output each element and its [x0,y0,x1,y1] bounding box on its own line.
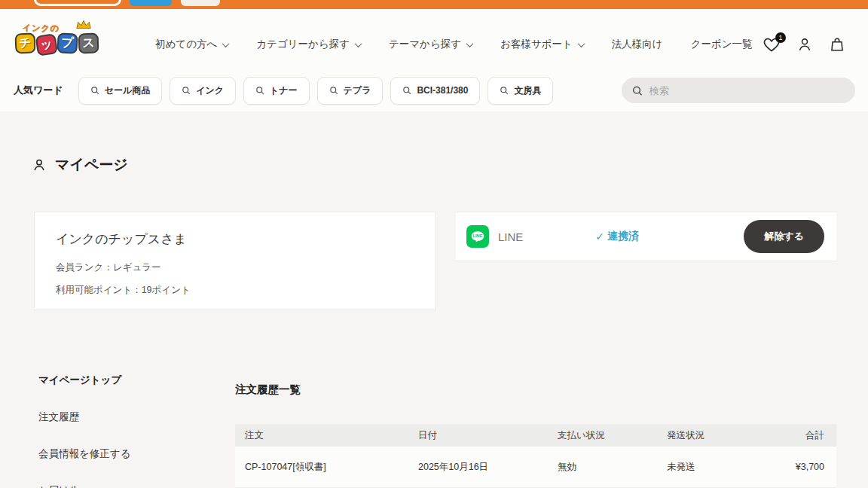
sidebar-item-order-history[interactable]: 注文履歴 [34,398,215,435]
logo-block: ス [78,33,99,54]
line-link-row: LINE LINE ✓ 連携済 解除する [456,212,836,261]
keyword-bar-label: 人気ワード [14,84,63,97]
keyword-chip-sale[interactable]: セール商品 [78,77,163,105]
chip-label: インク [196,84,224,97]
sidebar-item-shipping-address[interactable]: お届け先 [34,472,215,488]
search-input[interactable] [649,85,845,96]
table-header-row: 注文 日付 支払い状況 発送状況 合計 [235,424,836,447]
user-name: インクのチップスさま [56,230,414,248]
nav-label: 初めての方へ [155,38,217,51]
col-payment-status: 支払い状況 [548,429,657,442]
chevron-down-icon [222,40,230,47]
line-icon-text: LINE [473,233,483,238]
nav-themes[interactable]: テーマから探す [389,38,472,51]
account-button[interactable] [796,36,813,53]
line-icon: LINE [466,225,489,248]
line-linked-status: ✓ 連携済 [595,230,639,243]
nav-coupons[interactable]: クーポン一覧 [691,38,753,51]
nav-label: お客様サポート [500,38,573,51]
mypage-sidebar: マイページトップ 注文履歴 会員情報を修正する お届け先 [34,361,215,488]
top-orange-bar [0,0,868,9]
order-history-section: 注文履歴一覧 注文 日付 支払い状況 発送状況 合計 CP-107047[領収書… [235,383,836,488]
logo-block: ッ [35,33,58,56]
nav-label: 法人様向け [612,38,663,51]
search-box[interactable] [622,78,855,103]
user-info-card: インクのチップスさま 会員ランク：レギュラー 利用可能ポイント：19ポイント [34,212,436,310]
nav-label: テーマから探す [389,38,461,51]
payment-status-cell: 無効 [548,461,657,474]
mypage-content: マイページ インクのチップスさま 会員ランク：レギュラー 利用可能ポイント：19… [0,111,868,488]
nav-support[interactable]: お客様サポート [500,38,584,51]
keyword-chip-bci[interactable]: BCI-381/380 [390,77,480,105]
available-points: 利用可能ポイント：19ポイント [56,284,414,297]
col-shipping-status: 発送状況 [657,429,766,442]
line-service-label: LINE [498,230,523,243]
topbar-blue-button[interactable] [130,0,172,6]
col-order: 注文 [235,429,408,442]
member-rank: 会員ランク：レギュラー [56,261,414,274]
col-total: 合計 [766,429,836,442]
chip-label: セール商品 [105,84,151,97]
chevron-down-icon [355,40,362,47]
order-history-table: 注文 日付 支払い状況 発送状況 合計 CP-107047[領収書] 2025年… [235,424,836,488]
keyword-bar: 人気ワード セール商品 インク トナー テプラ BCI-381/380 文房具 [0,69,868,111]
chip-label: テプラ [344,84,371,97]
nav-corporate[interactable]: 法人様向け [612,38,663,51]
nav-first-time[interactable]: 初めての方へ [155,38,228,51]
main-nav: 初めての方へ カテゴリーから探す テーマから探す お客様サポート 法人様向け ク… [155,38,753,51]
crown-icon [75,20,92,29]
user-icon [32,157,47,172]
check-icon: ✓ [595,230,604,242]
chip-label: BCI-381/380 [417,85,468,96]
chip-label: トナー [270,84,298,97]
table-row[interactable]: CP-107047[領収書] 2025年10月16日 無効 未発送 ¥3,700 [235,447,836,488]
col-date: 日付 [408,429,548,442]
keyword-chip-tepra[interactable]: テプラ [317,77,384,105]
sidebar-item-mypage-top[interactable]: マイページトップ [34,361,215,398]
topbar-white-button[interactable] [181,0,220,6]
logo-block: プ [57,32,78,53]
page-title: マイページ [32,155,128,175]
line-unlink-button[interactable]: 解除する [744,220,824,253]
chip-label: 文房具 [514,84,541,97]
wishlist-button[interactable]: 1 [763,36,781,53]
sidebar-item-edit-member-info[interactable]: 会員情報を修正する [34,435,215,472]
order-date-cell: 2025年10月16日 [408,461,548,474]
chevron-down-icon [466,40,474,47]
logo-text-top: インクの [23,23,60,34]
keyword-chip-ink[interactable]: インク [170,77,236,105]
order-total-cell: ¥3,700 [766,462,836,472]
page-title-text: マイページ [55,155,128,175]
keyword-chips: セール商品 インク トナー テプラ BCI-381/380 文房具 [78,77,554,105]
chevron-down-icon [577,40,585,47]
logo-blocks: チ ッ プ ス [15,33,99,53]
nav-label: カテゴリーから探す [256,38,350,51]
wishlist-count-badge: 1 [775,32,786,43]
order-number-cell[interactable]: CP-107047[領収書] [235,461,408,474]
topbar-outlined-field[interactable] [34,0,121,6]
keyword-chip-stationery[interactable]: 文房具 [487,77,553,105]
shipping-status-cell: 未発送 [657,461,766,474]
keyword-chip-toner[interactable]: トナー [243,77,310,105]
logo-block: チ [15,33,36,54]
nav-categories[interactable]: カテゴリーから探す [256,38,361,51]
line-status-text: 連携済 [607,230,639,243]
header-icons: 1 [763,36,854,53]
search-icon [632,85,643,96]
site-logo[interactable]: インクの チ ッ プ ス [15,24,112,65]
nav-label: クーポン一覧 [691,38,753,51]
order-history-title: 注文履歴一覧 [235,383,836,398]
cart-button[interactable] [829,36,845,53]
site-header: インクの チ ッ プ ス 初めての方へ カテゴリーから探す テーマから探す お客… [0,9,868,69]
